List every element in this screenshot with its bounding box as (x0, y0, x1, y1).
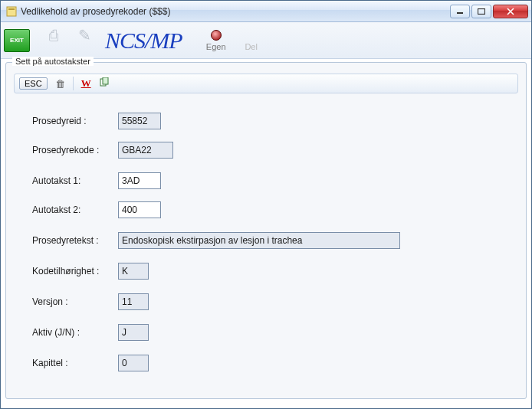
row-autotakst2: Autotakst 2: (32, 201, 518, 219)
window-controls (450, 5, 528, 18)
input-autotakst2[interactable] (118, 201, 161, 218)
record-icon (211, 30, 222, 41)
input-prosedyretekst[interactable] (118, 232, 400, 249)
group-autostakster: Sett på autostakster ESC 🗑 W Prosedyreid… (5, 62, 527, 399)
input-prosedyreid[interactable] (118, 113, 161, 129)
toolbar-icon-2[interactable]: ✎ (71, 25, 97, 56)
input-prosedyrekode[interactable] (118, 142, 173, 159)
label-prosedyretekst: Prosedyretekst : (32, 235, 118, 246)
close-button[interactable] (493, 5, 528, 18)
app-logo: NCS/MP (105, 28, 182, 54)
label-kapittel: Kapittel : (32, 358, 118, 368)
row-aktiv: Aktiv (J/N) : (32, 323, 518, 342)
svg-rect-0 (7, 7, 16, 16)
row-prosedyretekst: Prosedyretekst : (32, 231, 518, 250)
window-title: Vedlikehold av prosedyrekoder ($$$) (21, 6, 450, 17)
svg-rect-3 (478, 8, 485, 14)
del-button[interactable]: Del (236, 30, 267, 51)
row-autotakst1: Autotakst 1: (32, 172, 518, 190)
label-autotakst2: Autotakst 2: (32, 204, 118, 215)
input-kodetilhorighet[interactable] (118, 263, 149, 280)
svg-rect-2 (457, 12, 463, 14)
exit-button[interactable]: EXIT (4, 29, 30, 52)
input-autotakst1[interactable] (118, 172, 161, 189)
label-aktiv: Aktiv (J/N) : (32, 327, 118, 338)
egen-label: Egen (206, 42, 226, 51)
label-prosedyreid: Prosedyreid : (32, 116, 118, 126)
copy-icon[interactable] (99, 77, 110, 90)
svg-rect-1 (8, 8, 15, 10)
input-aktiv[interactable] (118, 324, 149, 341)
toolbar-separator (73, 77, 74, 90)
group-title: Sett på autostakster (12, 57, 94, 66)
label-autotakst1: Autotakst 1: (32, 175, 118, 186)
row-prosedyrekode: Prosedyrekode : (32, 141, 518, 159)
row-versjon: Versjon : (32, 293, 518, 311)
app-window: Vedlikehold av prosedyrekoder ($$$) EXIT… (0, 0, 532, 409)
svg-rect-5 (103, 77, 108, 84)
row-kapittel: Kapittel : (32, 354, 518, 372)
toolbar-icon-1[interactable]: ⎙ (41, 25, 67, 56)
titlebar[interactable]: Vedlikehold av prosedyrekoder ($$$) (1, 1, 531, 22)
form-area: Prosedyreid : Prosedyrekode : Autotakst … (14, 107, 518, 372)
inner-toolbar: ESC 🗑 W (14, 74, 518, 93)
maximize-button[interactable] (471, 5, 491, 18)
input-versjon[interactable] (118, 293, 149, 310)
main-toolbar: EXIT ⎙ ✎ NCS/MP Egen Del (1, 22, 531, 59)
w-icon[interactable]: W (81, 77, 91, 90)
label-prosedyrekode: Prosedyrekode : (32, 145, 118, 155)
input-kapittel[interactable] (118, 355, 149, 371)
trash-icon[interactable]: 🗑 (55, 78, 65, 90)
label-versjon: Versjon : (32, 296, 118, 307)
minimize-button[interactable] (450, 5, 470, 18)
egen-button[interactable]: Egen (201, 30, 232, 51)
esc-button[interactable]: ESC (19, 77, 48, 90)
del-icon (246, 30, 257, 41)
row-kodetilhorighet: Kodetilhørighet : (32, 262, 518, 280)
row-prosedyreid: Prosedyreid : (32, 112, 518, 130)
del-label: Del (245, 42, 258, 51)
label-kodetilhorighet: Kodetilhørighet : (32, 266, 118, 276)
app-icon (5, 5, 18, 18)
